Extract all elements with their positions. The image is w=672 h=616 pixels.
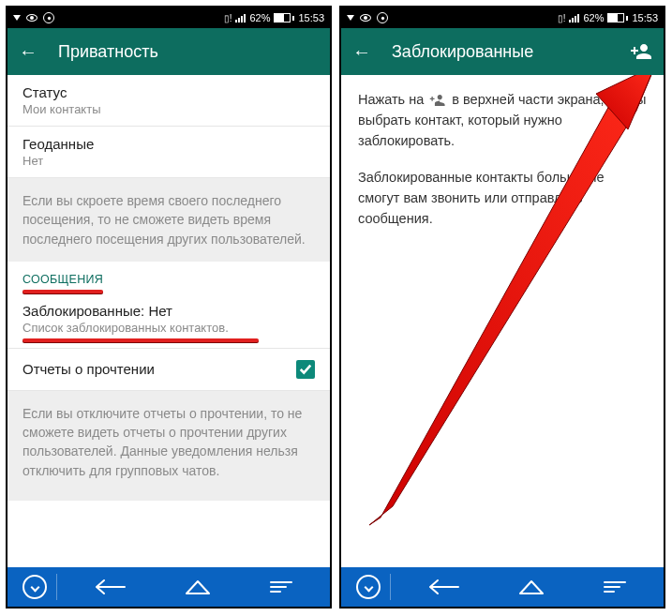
clock: 15:53 [298,12,324,23]
add-contact-button[interactable] [630,40,652,63]
row-blocked[interactable]: Заблокированные: Нет Список заблокирован… [7,295,330,337]
eye-icon [26,14,37,22]
eye-icon [360,14,371,22]
battery-icon [607,13,628,23]
teamviewer-icon [377,12,388,23]
section-header-messages: СООБЩЕНИЯ [7,262,330,286]
nav-teamviewer[interactable] [349,575,388,599]
status-bar: ▯! 62% 15:53 [341,8,664,28]
status-value: Мои контакты [22,102,315,116]
nav-home-button[interactable] [517,578,545,596]
nav-back-button[interactable] [87,578,128,596]
teamviewer-icon [43,12,54,23]
instruction-paragraph-2: Заблокированные контакты больше не смогу… [341,158,664,236]
instruction-paragraph-1: Нажать на в верхней части экрана, чтобы … [341,75,664,158]
nav-recent-button[interactable] [267,578,295,596]
status-bar: ▯! 62% 15:53 [7,8,330,28]
back-button[interactable]: ← [19,41,37,63]
read-receipts-checkbox[interactable] [296,360,315,379]
nav-teamviewer[interactable] [15,575,54,599]
row-read-receipts[interactable]: Отчеты о прочтении [7,349,330,391]
battery-percent: 62% [249,12,270,23]
nav-bar [341,567,664,607]
phone-right: ▯! 62% 15:53 ← Заблокированные Нажать на… [339,6,665,608]
dropdown-icon [347,15,354,21]
annotation-underline [22,338,259,342]
nav-home-button[interactable] [184,578,212,596]
read-receipts-label: Отчеты о прочтении [22,361,296,377]
signal-icon [569,14,579,23]
info-read-receipts: Если вы отключите отчеты о прочтении, то… [7,391,330,501]
nav-bar [7,567,330,607]
nav-recent-button[interactable] [601,578,629,596]
blocked-title: Заблокированные: Нет [22,303,315,319]
status-label: Статус [22,84,315,100]
app-bar: ← Заблокированные [341,28,664,75]
battery-percent: 62% [583,12,604,23]
annotation-underline [22,290,103,293]
app-bar: ← Приватность [7,28,330,75]
sim-icon: ▯! [558,13,566,23]
sim-icon: ▯! [224,13,232,23]
add-person-icon [429,94,446,107]
phone-left: ▯! 62% 15:53 ← Приватность Статус Мои ко… [6,6,332,608]
screen-title: Приватность [58,42,158,62]
geo-value: Нет [22,154,315,168]
dropdown-icon [13,15,21,21]
content-area: Нажать на в верхней части экрана, чтобы … [341,75,664,567]
back-button[interactable]: ← [352,41,371,63]
screen-title: Заблокированные [392,42,533,62]
content-area: Статус Мои контакты Геоданные Нет Если в… [7,75,330,567]
row-geodata[interactable]: Геоданные Нет [7,127,330,178]
row-status[interactable]: Статус Мои контакты [7,75,330,127]
signal-icon [235,14,246,23]
battery-icon [274,13,294,23]
blocked-subtitle: Список заблокированных контактов. [22,321,315,335]
nav-back-button[interactable] [421,578,462,596]
info-last-seen: Если вы скроете время своего последнего … [7,178,330,262]
clock: 15:53 [632,12,658,23]
geo-label: Геоданные [22,136,315,152]
